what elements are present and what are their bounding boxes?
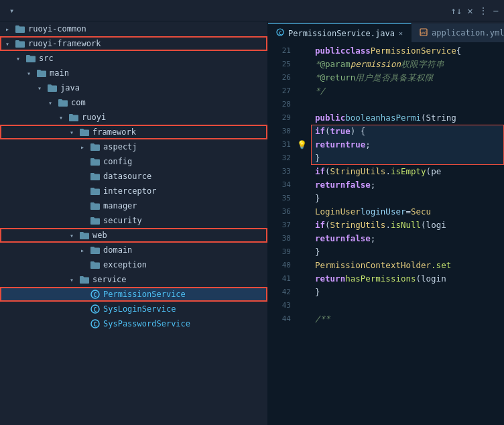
sidebar-item-exception[interactable]: exception bbox=[0, 257, 267, 272]
tree-icon-main bbox=[36, 68, 47, 78]
tree-label-SysLoginService: SysLoginService bbox=[103, 304, 176, 314]
gutter-31: 💡 bbox=[295, 138, 308, 151]
token: if bbox=[315, 219, 325, 232]
tab-label-application: application.yml bbox=[432, 28, 504, 38]
sidebar-item-SysPasswordService[interactable]: CSysPasswordService bbox=[0, 316, 267, 331]
code-line-27: */ bbox=[315, 84, 504, 98]
line-num-26: 26 bbox=[268, 71, 291, 84]
token: if bbox=[315, 165, 325, 178]
sidebar-item-config[interactable]: config bbox=[0, 154, 267, 169]
token: class bbox=[345, 44, 371, 58]
sidebar-item-web[interactable]: web bbox=[0, 228, 267, 243]
token: StringUtils bbox=[330, 165, 386, 178]
token: Secu bbox=[411, 205, 431, 219]
sidebar-item-src[interactable]: src bbox=[0, 51, 267, 66]
code-line-44: /** bbox=[315, 312, 504, 326]
sidebar-item-security[interactable]: security bbox=[0, 213, 267, 228]
gutter-26 bbox=[295, 71, 308, 84]
line-num-27: 27 bbox=[268, 84, 291, 98]
tree-icon-interceptor bbox=[90, 186, 101, 196]
minimize-icon[interactable]: − bbox=[493, 5, 499, 16]
tree-label-datasource: datasource bbox=[103, 172, 151, 181]
token: { bbox=[456, 44, 462, 58]
token: PermissionContextHolder bbox=[315, 259, 431, 272]
token: . bbox=[385, 165, 391, 178]
token: return bbox=[315, 138, 345, 151]
sidebar-item-datasource[interactable]: datasource bbox=[0, 169, 267, 184]
tree-arrow-service bbox=[70, 276, 79, 284]
sidebar-item-ruoyi-framework[interactable]: ruoyi-framework bbox=[0, 36, 267, 51]
sidebar-item-domain[interactable]: domain bbox=[0, 243, 267, 257]
line-num-44: 44 bbox=[268, 312, 291, 326]
token: false bbox=[345, 178, 371, 192]
tree-icon-PermissionService: C bbox=[90, 289, 101, 300]
token: ( bbox=[325, 165, 330, 178]
sidebar-item-interceptor[interactable]: interceptor bbox=[0, 184, 267, 198]
tree-arrow-ruoyi-framework bbox=[5, 40, 15, 48]
sidebar-item-service[interactable]: service bbox=[0, 272, 267, 287]
token: if bbox=[315, 125, 325, 138]
sidebar-item-com[interactable]: com bbox=[0, 95, 267, 110]
token: return bbox=[315, 272, 345, 286]
tree-icon-exception bbox=[90, 259, 101, 270]
dropdown-icon[interactable]: ▾ bbox=[9, 6, 14, 15]
sidebar-item-SysLoginService[interactable]: CSysLoginService bbox=[0, 302, 267, 316]
code-line-25: * @param permission 权限字符串 bbox=[315, 58, 504, 71]
tree-label-com: com bbox=[71, 98, 86, 107]
tree-label-framework: framework bbox=[92, 127, 136, 137]
token: = bbox=[405, 205, 411, 219]
tree-arrow-web bbox=[70, 232, 79, 239]
tree-label-domain: domain bbox=[103, 245, 132, 255]
line-num-39: 39 bbox=[268, 245, 291, 259]
token: (String bbox=[421, 111, 456, 125]
more-icon[interactable]: ⋮ bbox=[479, 5, 488, 16]
tab-application[interactable]: ymlapplication.yml bbox=[412, 23, 504, 42]
token: @return bbox=[320, 71, 356, 84]
sidebar-item-ruoyi-common[interactable]: ruoyi-common bbox=[0, 21, 267, 36]
token: permission bbox=[351, 58, 401, 71]
line-num-31: 31 bbox=[268, 138, 291, 151]
line-num-21: 21 bbox=[268, 44, 291, 58]
tree-icon-manager bbox=[90, 200, 101, 211]
token: hasPermissions bbox=[345, 272, 416, 286]
navigate-icon[interactable]: ↑↓ bbox=[450, 5, 462, 16]
tree-arrow-framework bbox=[70, 129, 79, 136]
sidebar-item-ruoyi[interactable]: ruoyi bbox=[0, 110, 267, 125]
sidebar-item-framework[interactable]: framework bbox=[0, 125, 267, 139]
sidebar-item-java[interactable]: java bbox=[0, 80, 267, 95]
sidebar-item-manager[interactable]: manager bbox=[0, 198, 267, 213]
token: /** bbox=[315, 312, 330, 326]
line-num-28: 28 bbox=[268, 98, 291, 111]
token: . bbox=[385, 219, 391, 232]
token: */ bbox=[315, 84, 325, 98]
tab-PermissionService[interactable]: CPermissionService.java✕ bbox=[268, 23, 412, 42]
token: } bbox=[315, 151, 320, 165]
token: ( bbox=[325, 125, 330, 138]
tree-label-ruoyi: ruoyi bbox=[82, 113, 106, 122]
gutter-40 bbox=[295, 259, 308, 272]
tree-arrow-com bbox=[48, 99, 58, 107]
title-bar-icons: ↑↓ ✕ ⋮ − bbox=[450, 5, 499, 16]
sidebar-item-PermissionService[interactable]: CPermissionService bbox=[0, 287, 267, 302]
code-line-34: return false; bbox=[315, 178, 504, 192]
code-line-32: } bbox=[315, 151, 504, 165]
tree-label-ruoyi-framework: ruoyi-framework bbox=[28, 39, 101, 48]
code-line-43 bbox=[315, 299, 504, 312]
tree-arrow-aspectj bbox=[80, 143, 90, 151]
sidebar-item-main[interactable]: main bbox=[0, 66, 267, 80]
tab-close-PermissionService[interactable]: ✕ bbox=[399, 29, 403, 37]
tab-bar: CPermissionService.java✕ymlapplication.y… bbox=[268, 21, 504, 43]
token: PermissionService bbox=[371, 44, 456, 58]
svg-text:C: C bbox=[94, 307, 97, 313]
sidebar-item-aspectj[interactable]: aspectj bbox=[0, 139, 267, 154]
svg-text:yml: yml bbox=[420, 29, 428, 35]
token: ; bbox=[365, 138, 371, 151]
code-line-26: * @return 用户是否具备某权限 bbox=[315, 71, 504, 84]
editor: CPermissionService.java✕ymlapplication.y… bbox=[268, 21, 504, 425]
code-line-41: return hasPermissions(login bbox=[315, 272, 504, 286]
token: ( bbox=[325, 219, 330, 232]
tree-icon-datasource bbox=[90, 171, 101, 182]
close-icon[interactable]: ✕ bbox=[467, 5, 472, 16]
line-num-43: 43 bbox=[268, 299, 291, 312]
project-label[interactable]: ▾ bbox=[5, 6, 14, 15]
